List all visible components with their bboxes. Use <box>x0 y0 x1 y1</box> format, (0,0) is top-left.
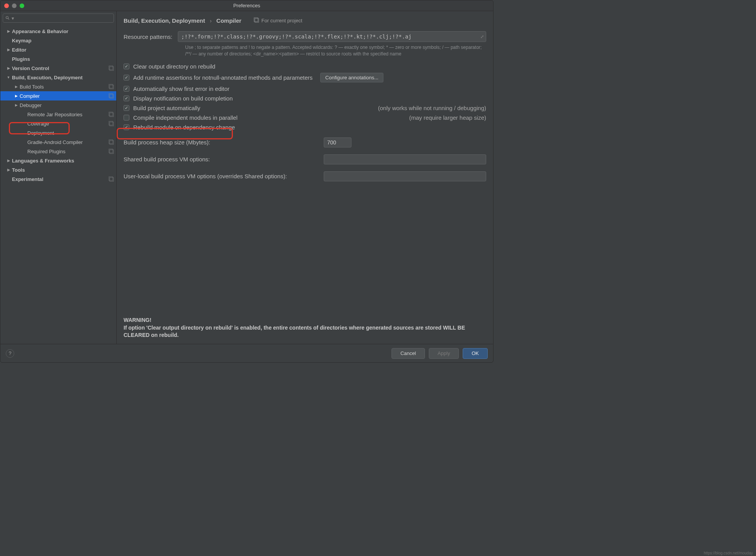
help-button[interactable]: ? <box>6 349 14 358</box>
configure-annotations-button[interactable]: Configure annotations... <box>320 73 383 82</box>
checkbox-label: Rebuild module on dependency change <box>133 124 235 131</box>
sidebar-item[interactable]: Plugins <box>0 54 116 64</box>
apply-button[interactable]: Apply <box>429 348 459 359</box>
heap-size-input[interactable] <box>324 137 351 147</box>
resource-patterns-input[interactable] <box>178 31 486 42</box>
cancel-button[interactable]: Cancel <box>391 348 425 359</box>
side-note: (only works while not running / debuggin… <box>378 105 486 111</box>
sidebar-item[interactable]: ▶Tools <box>0 165 116 174</box>
clear-output-checkbox[interactable]: Clear output directory on rebuild <box>124 63 486 70</box>
checkbox-icon <box>124 86 129 92</box>
checkbox-label: Clear output directory on rebuild <box>133 63 215 70</box>
sidebar-item-label: Languages & Frameworks <box>12 158 74 164</box>
ok-button[interactable]: OK <box>463 348 488 359</box>
main-panel: Build, Execution, Deployment › Compiler … <box>117 11 493 344</box>
add-runtime-assertions-checkbox[interactable]: Add runtime assertions for notnull-annot… <box>124 73 486 82</box>
checkbox-icon <box>124 105 129 111</box>
checkbox-icon <box>124 95 129 101</box>
sidebar-item[interactable]: ▶Compiler <box>0 91 116 100</box>
sidebar-item[interactable]: Gradle-Android Compiler <box>0 137 116 147</box>
chevron-icon: ▶ <box>7 168 10 172</box>
sidebar-item[interactable]: ▶Build Tools <box>0 82 116 91</box>
form-grid: Build process heap size (Mbytes): Shared… <box>124 137 486 181</box>
sidebar-item-label: Debugger <box>20 102 42 108</box>
sidebar-item[interactable]: Deployment <box>0 128 116 137</box>
sidebar-item[interactable]: ▶Languages & Frameworks <box>0 156 116 165</box>
search-input[interactable]: ▾ <box>3 13 114 23</box>
breadcrumb-leaf: Compiler <box>216 17 241 24</box>
sidebar-item[interactable]: Remote Jar Repositories <box>0 110 116 119</box>
shared-vm-row: Shared build process VM options: <box>124 154 486 164</box>
sidebar-item[interactable]: ▼Build, Execution, Deployment <box>0 73 116 82</box>
heap-size-row: Build process heap size (Mbytes): <box>124 137 486 147</box>
sidebar-item[interactable]: ▶Version Control <box>0 64 116 73</box>
checkbox-label: Automatically show first error in editor <box>133 85 229 92</box>
user-vm-input[interactable] <box>324 171 486 181</box>
window-title: Preferences <box>0 3 493 8</box>
warning-block: WARNING! If option 'Clear output directo… <box>124 317 486 344</box>
sidebar-item[interactable]: Coverage <box>0 119 116 128</box>
resource-patterns-label: Resource patterns: <box>124 33 172 40</box>
sidebar-item[interactable]: Keymap <box>0 36 116 45</box>
sidebar-item[interactable]: ▶Editor <box>0 45 116 54</box>
resource-patterns-row: Resource patterns: ⤢ <box>124 31 486 42</box>
chevron-icon: ▶ <box>7 159 10 162</box>
checkbox-icon <box>124 124 129 130</box>
project-icon <box>109 112 114 117</box>
rebuild-dependency-checkbox[interactable]: Rebuild module on dependency change <box>124 124 486 131</box>
resource-patterns-hint: Use ; to separate patterns and ! to nega… <box>185 44 486 58</box>
breadcrumb-root: Build, Execution, Deployment <box>124 17 205 24</box>
checkbox-group: Clear output directory on rebuild Add ru… <box>124 63 486 131</box>
svg-line-1 <box>8 18 9 20</box>
heap-size-label: Build process heap size (Mbytes): <box>124 139 324 146</box>
project-icon <box>109 121 114 126</box>
chevron-icon: ▶ <box>7 66 10 70</box>
user-vm-row: User-local build process VM options (ove… <box>124 171 486 181</box>
preferences-window: Preferences ▾ ▶Appearance & BehaviorKeym… <box>0 0 493 363</box>
user-vm-label: User-local build process VM options (ove… <box>124 173 324 179</box>
sidebar: ▾ ▶Appearance & BehaviorKeymap▶EditorPlu… <box>0 11 117 344</box>
display-notification-checkbox[interactable]: Display notification on build completion <box>124 95 486 102</box>
sidebar-item[interactable]: ▶Appearance & Behavior <box>0 27 116 36</box>
chevron-icon: ▶ <box>7 29 10 33</box>
sidebar-item[interactable]: Experimental <box>0 174 116 184</box>
chevron-icon: ▼ <box>7 75 10 79</box>
sidebar-item-label: Version Control <box>12 65 49 71</box>
sidebar-item-label: Gradle-Android Compiler <box>27 139 83 145</box>
auto-show-error-checkbox[interactable]: Automatically show first error in editor <box>124 85 486 92</box>
search-icon <box>5 16 10 20</box>
svg-point-0 <box>6 17 8 19</box>
search-caret: ▾ <box>12 15 14 21</box>
shared-vm-label: Shared build process VM options: <box>124 156 324 162</box>
checkbox-label: Add runtime assertions for notnull-annot… <box>133 74 313 81</box>
sidebar-item-label: Appearance & Behavior <box>12 28 69 34</box>
for-project-badge: For current project <box>254 17 302 24</box>
sidebar-item-label: Plugins <box>12 56 30 62</box>
sidebar-item-label: Required Plugins <box>27 149 65 154</box>
build-automatically-checkbox[interactable]: Build project automatically (only works … <box>124 105 486 111</box>
chevron-icon: ▶ <box>7 48 10 52</box>
sidebar-item-label: Tools <box>12 167 25 173</box>
sidebar-item-label: Build, Execution, Deployment <box>12 75 82 80</box>
sidebar-item-label: Deployment <box>27 130 54 136</box>
checkbox-label: Build project automatically <box>133 105 200 111</box>
sidebar-item[interactable]: ▶Debugger <box>0 100 116 110</box>
project-icon <box>109 84 114 89</box>
chevron-icon: ▶ <box>14 85 18 89</box>
chevron-icon: ▶ <box>14 94 18 98</box>
sidebar-item-label: Build Tools <box>20 84 44 90</box>
project-icon <box>109 149 114 154</box>
sidebar-item-label: Remote Jar Repositories <box>27 112 82 117</box>
project-icon <box>254 17 259 24</box>
sidebar-item-label: Editor <box>12 47 27 53</box>
footer: ? Cancel Apply OK <box>0 344 493 362</box>
project-icon <box>109 176 114 182</box>
compile-parallel-checkbox[interactable]: Compile independent modules in parallel … <box>124 114 486 121</box>
expand-icon[interactable]: ⤢ <box>480 34 484 39</box>
sidebar-item[interactable]: Required Plugins <box>0 147 116 156</box>
settings-tree[interactable]: ▶Appearance & BehaviorKeymap▶EditorPlugi… <box>0 25 116 344</box>
titlebar: Preferences <box>0 0 493 11</box>
breadcrumb: Build, Execution, Deployment › Compiler <box>124 17 241 24</box>
shared-vm-input[interactable] <box>324 154 486 164</box>
chevron-right-icon: › <box>210 17 212 24</box>
